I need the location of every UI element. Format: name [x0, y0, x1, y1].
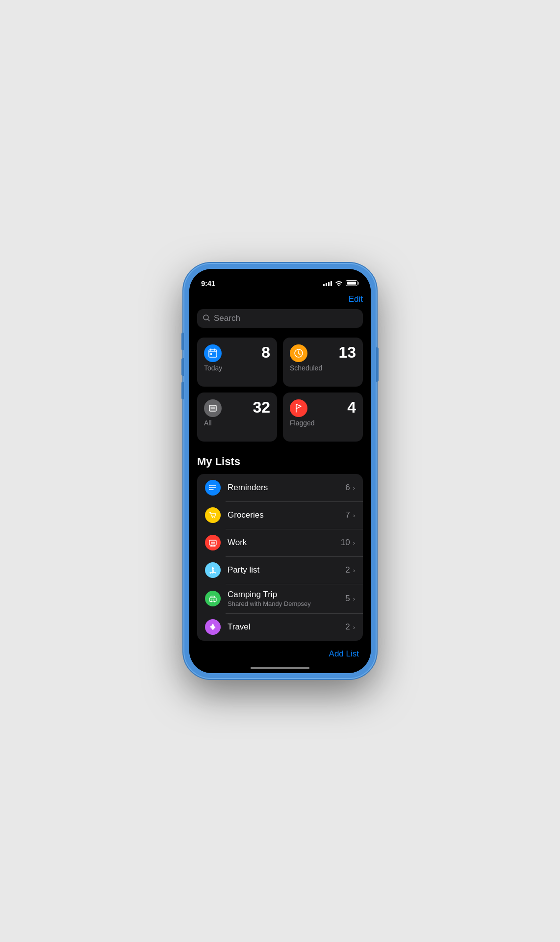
camping-subtitle: Shared with Mandy Dempsey — [228, 600, 345, 607]
work-count: 10 — [341, 538, 350, 548]
scheduled-card[interactable]: 13 Scheduled — [283, 338, 363, 387]
today-count: 8 — [261, 344, 270, 360]
svg-rect-31 — [209, 598, 216, 602]
svg-point-16 — [209, 485, 210, 486]
notch — [243, 269, 317, 284]
list-item-reminders[interactable]: Reminders 6 › — [197, 474, 363, 501]
groceries-name: Groceries — [228, 510, 345, 520]
edit-button[interactable]: Edit — [349, 294, 363, 304]
groceries-right: 7 › — [345, 510, 355, 520]
groceries-chevron: › — [353, 512, 355, 519]
work-chevron: › — [353, 539, 355, 547]
lists-container: Reminders 6 › — [197, 474, 363, 641]
today-icon — [204, 344, 222, 362]
svg-point-32 — [210, 601, 212, 602]
camping-chevron: › — [353, 595, 355, 602]
svg-point-19 — [212, 517, 213, 518]
svg-rect-2 — [209, 350, 217, 357]
flagged-card[interactable]: 4 Flagged — [283, 392, 363, 442]
wifi-icon — [335, 280, 343, 286]
reminders-name: Reminders — [228, 483, 345, 493]
scheduled-count: 13 — [338, 344, 356, 360]
signal-icon — [323, 280, 332, 286]
today-label: Today — [204, 364, 270, 372]
status-icons — [323, 280, 359, 286]
svg-rect-25 — [211, 542, 215, 544]
svg-point-17 — [209, 487, 210, 488]
list-item-groceries[interactable]: Groceries 7 › — [197, 501, 363, 529]
all-count: 32 — [253, 399, 270, 415]
reminders-icon — [205, 480, 221, 496]
work-right: 10 › — [341, 538, 355, 548]
work-name: Work — [228, 538, 341, 548]
svg-rect-26 — [212, 570, 214, 573]
status-time: 9:41 — [201, 279, 215, 288]
today-card[interactable]: 8 Today — [197, 338, 277, 387]
home-indicator — [189, 667, 371, 673]
list-item-party[interactable]: Party list 2 › — [197, 556, 363, 584]
all-label: All — [204, 419, 270, 427]
svg-rect-6 — [210, 353, 212, 355]
camping-icon — [205, 591, 221, 606]
travel-icon — [205, 619, 221, 635]
svg-rect-10 — [209, 405, 216, 411]
add-list-button[interactable]: Add List — [329, 649, 359, 659]
party-name: Party list — [228, 565, 345, 575]
bottom-bar: Add List — [189, 643, 371, 667]
screen-content: 9:41 — [189, 269, 371, 673]
groceries-icon — [205, 507, 221, 523]
travel-count: 2 — [345, 622, 350, 632]
camping-right: 5 › — [345, 594, 355, 603]
svg-point-33 — [214, 601, 215, 602]
travel-name: Travel — [228, 622, 345, 632]
groceries-count: 7 — [345, 510, 350, 520]
svg-line-9 — [299, 353, 300, 355]
camping-count: 5 — [345, 594, 350, 603]
search-bar[interactable]: Search — [197, 309, 363, 328]
reminders-count: 6 — [345, 483, 350, 493]
list-item-camping[interactable]: Camping Trip Shared with Mandy Dempsey 5… — [197, 584, 363, 613]
travel-info: Travel — [228, 622, 345, 632]
search-icon — [203, 314, 210, 323]
search-placeholder: Search — [214, 314, 240, 323]
header-row: Edit — [197, 290, 363, 309]
flagged-count: 4 — [347, 399, 356, 415]
main-content: Edit Search — [189, 290, 371, 643]
party-right: 2 › — [345, 565, 355, 575]
list-item-travel[interactable]: Travel 2 › — [197, 613, 363, 641]
scheduled-label: Scheduled — [290, 364, 356, 372]
camping-info: Camping Trip Shared with Mandy Dempsey — [228, 590, 345, 607]
reminders-right: 6 › — [345, 483, 355, 493]
scheduled-icon — [290, 344, 307, 362]
all-icon — [204, 399, 222, 417]
party-info: Party list — [228, 565, 345, 575]
travel-chevron: › — [353, 624, 355, 631]
work-icon — [205, 535, 221, 550]
phone-frame: 9:41 — [184, 264, 376, 678]
camping-name: Camping Trip — [228, 590, 345, 600]
all-card[interactable]: 32 All — [197, 392, 277, 442]
flagged-label: Flagged — [290, 419, 356, 427]
reminders-chevron: › — [353, 484, 355, 492]
party-icon — [205, 562, 221, 578]
list-item-work[interactable]: Work 10 › — [197, 529, 363, 556]
groceries-info: Groceries — [228, 510, 345, 520]
svg-point-18 — [209, 489, 210, 490]
travel-right: 2 › — [345, 622, 355, 632]
my-lists-title: My Lists — [197, 455, 363, 468]
work-info: Work — [228, 538, 341, 548]
reminders-info: Reminders — [228, 483, 345, 493]
flagged-icon — [290, 399, 307, 417]
svg-point-20 — [214, 517, 215, 518]
summary-cards-grid: 8 Today — [197, 338, 363, 442]
svg-line-1 — [208, 319, 209, 321]
party-count: 2 — [345, 565, 350, 575]
party-chevron: › — [353, 567, 355, 574]
home-bar — [251, 667, 309, 669]
battery-icon — [346, 280, 359, 286]
phone-screen: 9:41 — [189, 269, 371, 673]
